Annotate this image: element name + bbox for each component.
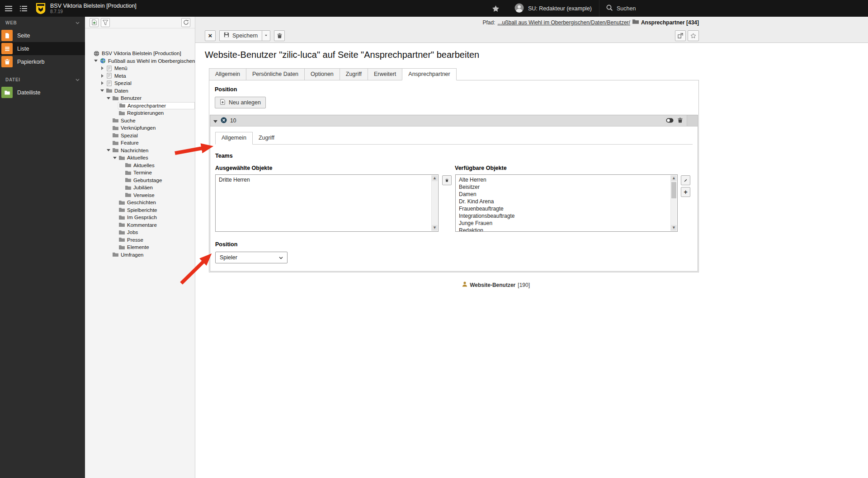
tree-node-verknüpfungen[interactable]: Verknüpfungen xyxy=(85,124,195,132)
tree-node-umfragen[interactable]: Umfragen xyxy=(85,251,195,259)
tab-persönliche-daten[interactable]: Persönliche Daten xyxy=(246,68,305,80)
menu-toggle-icon[interactable] xyxy=(5,6,12,11)
tree-node-bsv-viktoria-bielstein-production-[interactable]: BSV Viktoria Bielstein [Production] xyxy=(85,50,195,57)
save-button-label: Speichern xyxy=(232,33,258,39)
search-box[interactable]: Suchen xyxy=(599,0,868,17)
selected-objects-select[interactable]: Dritte Herren ▲ ▼ xyxy=(215,174,439,232)
module-menu-item-liste[interactable]: Liste xyxy=(0,42,85,55)
tab-ansprechpartner[interactable]: Ansprechpartner xyxy=(402,68,456,80)
select-option[interactable]: Alte Herren xyxy=(458,176,669,183)
bookmark-star-icon[interactable] xyxy=(484,0,507,17)
list-view-icon[interactable] xyxy=(19,6,27,11)
typo3-version: 8.7.19 xyxy=(50,9,137,14)
bookmark-button[interactable] xyxy=(688,30,699,41)
toggle-visibility-icon[interactable] xyxy=(666,117,674,124)
refresh-icon[interactable] xyxy=(181,18,190,27)
tree-node-geburtstage[interactable]: Geburtstage xyxy=(85,177,195,184)
scroll-up-icon[interactable]: ▲ xyxy=(432,175,438,181)
select-option[interactable]: Dritte Herren xyxy=(218,176,430,183)
tree-node-feature[interactable]: Feature xyxy=(85,139,195,147)
inline-tab-allgemein[interactable]: Allgemein xyxy=(215,132,253,145)
tree-node-registrierungen[interactable]: Registrierungen xyxy=(85,109,195,117)
tree-node-nachrichten[interactable]: Nachrichten xyxy=(85,147,195,155)
tab-erweitert[interactable]: Erweitert xyxy=(368,68,402,80)
tree-node-kommentare[interactable]: Kommentare xyxy=(85,221,195,229)
module-section-header-web[interactable]: WEB xyxy=(0,17,85,29)
tree-node-suche[interactable]: Suche xyxy=(85,117,195,125)
scrollbar[interactable]: ▲ ▼ xyxy=(670,175,677,231)
save-dropdown-toggle[interactable] xyxy=(262,30,270,41)
tab-optionen[interactable]: Optionen xyxy=(304,68,340,80)
tree-toggle-icon[interactable] xyxy=(99,74,105,78)
tree-toggle-icon[interactable] xyxy=(99,81,105,85)
tree-node-elemente[interactable]: Elemente xyxy=(85,244,195,251)
tree-node-spezial[interactable]: Spezial xyxy=(85,132,195,140)
module-menu-item-dateiliste[interactable]: Dateiliste xyxy=(0,86,85,99)
delete-record-icon[interactable] xyxy=(678,117,683,124)
tab-allgemein[interactable]: Allgemein xyxy=(209,68,246,80)
tab-zugriff[interactable]: Zugriff xyxy=(340,68,368,80)
collapse-icon[interactable] xyxy=(213,117,217,124)
tree-node-label: Spielberichte xyxy=(126,207,158,213)
site-logo[interactable] xyxy=(35,2,46,15)
module-menu-item-seite[interactable]: Seite xyxy=(0,29,85,42)
tree-node-label: Verknüpfungen xyxy=(119,125,157,131)
create-new-button[interactable]: Neu anlegen xyxy=(215,97,266,108)
tree-node-aktuelles[interactable]: Aktuelles xyxy=(85,154,195,162)
drag-handle[interactable] xyxy=(687,115,698,126)
tree-node-benutzer[interactable]: Benutzer xyxy=(85,94,195,102)
select-option[interactable]: Redaktion xyxy=(458,227,669,232)
tree-node-jobs[interactable]: Jobs xyxy=(85,229,195,236)
tree-node-fußball-aus-wiehl-im-oberbergischen[interactable]: Fußball aus Wiehl im Oberbergischen xyxy=(85,57,195,65)
folder-icon xyxy=(124,178,132,183)
tree-toggle-icon[interactable] xyxy=(99,89,105,92)
path-link[interactable]: ...ußball aus Wiehl im Oberbergischen/Da… xyxy=(497,19,630,26)
tree-node-meta[interactable]: Meta xyxy=(85,72,195,80)
scrollbar[interactable]: ▲ ▼ xyxy=(431,175,438,231)
filter-icon[interactable] xyxy=(101,18,110,27)
add-button[interactable]: + xyxy=(681,187,690,197)
tree-node-aktuelles[interactable]: Aktuelles xyxy=(85,162,195,169)
open-new-window-button[interactable] xyxy=(675,30,686,41)
scrollbar-thumb[interactable] xyxy=(671,182,676,198)
tree-node-geschichten[interactable]: Geschichten xyxy=(85,199,195,206)
delete-button[interactable] xyxy=(274,30,285,41)
select-option[interactable]: Integrationsbeauftragte xyxy=(458,212,669,220)
select-option[interactable]: Beisitzer xyxy=(458,183,669,191)
tree-node-menü[interactable]: Menü xyxy=(85,65,195,72)
module-menu-item-papierkorb[interactable]: Papierkorb xyxy=(0,55,85,68)
inline-tab-zugriff[interactable]: Zugriff xyxy=(252,132,281,144)
user-menu[interactable]: SU: Redakteur (example) xyxy=(507,0,599,17)
select-option[interactable]: Junge Frauen xyxy=(458,220,669,227)
select-option[interactable]: Damen xyxy=(458,191,669,198)
tree-toggle-icon[interactable] xyxy=(112,157,118,159)
scroll-down-icon[interactable]: ▼ xyxy=(432,225,438,231)
inline-record-header[interactable]: 10 xyxy=(210,115,698,127)
save-button[interactable]: Speichern xyxy=(219,30,262,41)
module-section-header-datei[interactable]: DATEI xyxy=(0,74,85,86)
scroll-up-icon[interactable]: ▲ xyxy=(671,175,677,181)
tree-node-spielberichte[interactable]: Spielberichte xyxy=(85,206,195,214)
tree-node-ansprechpartner[interactable]: Ansprechpartner xyxy=(85,102,195,110)
tree-toggle-icon[interactable] xyxy=(105,97,112,99)
tree-node-verweise[interactable]: Verweise xyxy=(85,192,195,199)
edit-button[interactable] xyxy=(681,175,690,185)
position-select[interactable]: Spieler xyxy=(215,252,288,263)
footer-record-name[interactable]: Website-Benutzer xyxy=(470,282,515,288)
scroll-down-icon[interactable]: ▼ xyxy=(671,225,677,231)
select-option[interactable]: Dr. Kind Arena xyxy=(458,198,669,205)
new-page-icon[interactable] xyxy=(90,18,99,27)
tree-node-jubiläen[interactable]: Jubiläen xyxy=(85,184,195,192)
tree-node-daten[interactable]: Daten xyxy=(85,87,195,95)
tree-node-presse[interactable]: Presse xyxy=(85,236,195,244)
close-button[interactable]: × xyxy=(205,30,216,41)
tree-toggle-icon[interactable] xyxy=(105,149,112,151)
tree-node-termine[interactable]: Termine xyxy=(85,169,195,177)
select-option[interactable]: Frauenbeauftragte xyxy=(458,205,669,212)
tree-toggle-icon[interactable] xyxy=(93,60,99,62)
remove-item-button[interactable] xyxy=(442,175,452,185)
tree-node-im-gespräch[interactable]: Im Gespräch xyxy=(85,214,195,221)
tree-toggle-icon[interactable] xyxy=(99,66,105,70)
available-objects-select[interactable]: Alte HerrenBeisitzerDamenDr. Kind ArenaF… xyxy=(455,174,678,232)
tree-node-spezial[interactable]: Spezial xyxy=(85,80,195,87)
